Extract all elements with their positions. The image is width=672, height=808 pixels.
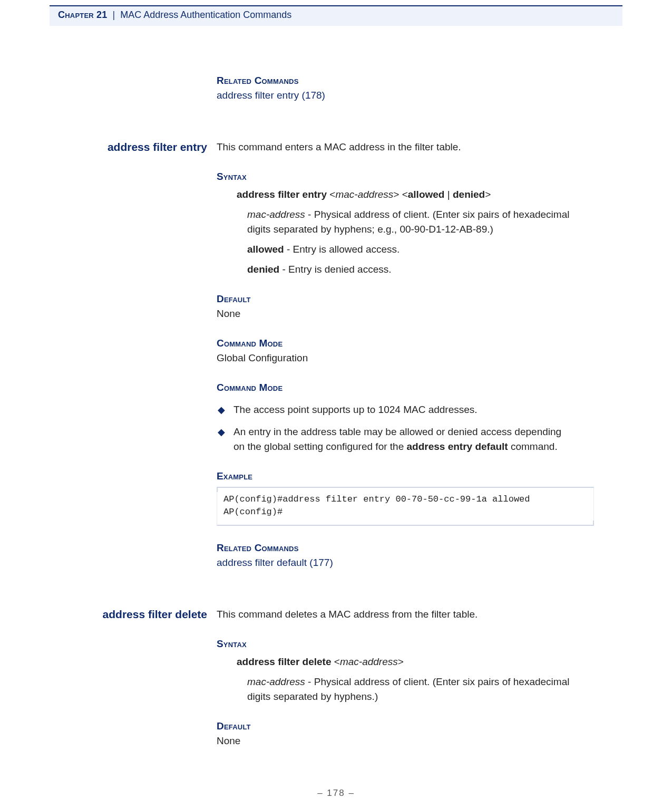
usage-text: An entry in the address table may be all… [233,425,564,454]
related-commands-heading: Related Commands [217,541,622,555]
syntax-cmd: address filter delete [237,656,332,667]
default-heading: Default [217,719,622,734]
param-desc: - Entry is allowed access. [284,244,400,255]
syntax-heading: Syntax [217,169,622,184]
syntax-line: address filter delete <mac-address> [237,655,595,669]
command-summary: This command enters a MAC address in the… [217,140,575,155]
chapter-label: Chapter 21 [58,9,107,21]
syntax-opt-allowed: allowed [408,189,445,200]
chapter-title: MAC Address Authentication Commands [120,9,291,21]
param-term: denied [247,264,279,275]
syntax-cmd: address filter entry [237,189,327,200]
page-number: – 178 – [0,788,672,799]
param-desc: - Entry is denied access. [279,264,391,275]
usage-inline-bold: address entry default [407,441,508,452]
default-value: None [217,734,622,748]
example-heading: Example [217,469,622,484]
usage-suffix: command. [508,441,558,452]
syntax-line: address filter entry <mac-address> <allo… [237,187,595,202]
syntax-param: mac-address - Physical address of client… [247,207,585,237]
syntax-param: denied - Entry is denied access. [247,262,585,277]
usage-bullet: ◆ An entry in the address table may be a… [217,425,564,454]
syntax-heading: Syntax [217,637,622,651]
example-code: AP(config)#address filter entry 00-70-50… [217,487,594,526]
syntax-gt: > [398,656,404,667]
param-term: allowed [247,244,284,255]
syntax-gt2: > [485,189,491,200]
related-commands-link[interactable]: address filter entry (178) [217,88,622,103]
syntax-gt-lt: > < [393,189,407,200]
syntax-opt-denied: denied [453,189,485,200]
usage-heading: Command Mode [217,380,622,395]
syntax-arg-mac: mac-address [335,189,393,200]
command-summary: This command deletes a MAC address from … [217,607,575,622]
diamond-icon: ◆ [217,425,226,454]
command-mode-value: Global Configuration [217,351,622,365]
param-term: mac-address [247,676,305,687]
command-name-entry: address filter entry [50,140,207,155]
related-commands-link[interactable]: address filter default (177) [217,555,622,570]
usage-text: The access point supports up to 1024 MAC… [233,402,564,417]
default-value: None [217,306,622,321]
diamond-icon: ◆ [217,402,226,417]
command-name-delete: address filter delete [50,607,207,622]
header-separator: | [112,9,115,21]
syntax-param: allowed - Entry is allowed access. [247,242,585,257]
default-heading: Default [217,292,622,306]
syntax-param: mac-address - Physical address of client… [247,675,585,704]
syntax-lt: < [332,656,340,667]
page-header: Chapter 21 | MAC Address Authentication … [50,6,622,26]
usage-bullet: ◆ The access point supports up to 1024 M… [217,402,564,417]
command-mode-heading: Command Mode [217,336,622,351]
syntax-lt: < [327,189,335,200]
syntax-arg-mac: mac-address [340,656,398,667]
param-term: mac-address [247,209,305,220]
related-commands-heading: Related Commands [217,73,622,88]
syntax-pipe: | [444,189,453,200]
